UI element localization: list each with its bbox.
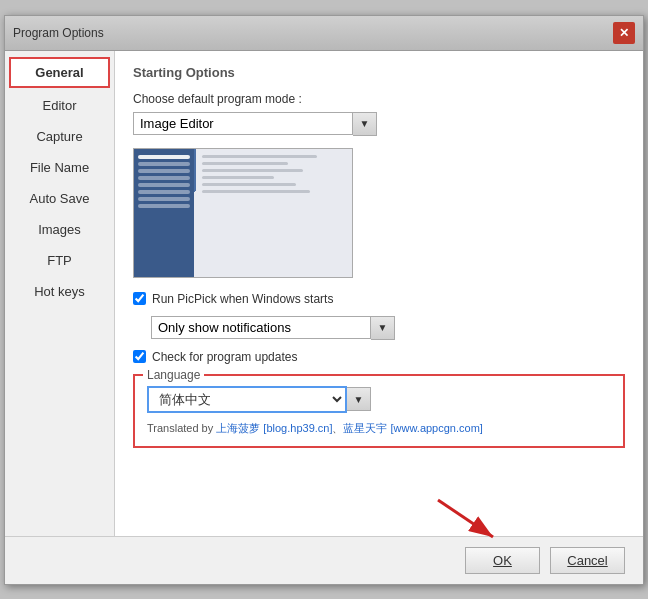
language-dropdown-row: 简体中文 ▼ [147,386,611,413]
mode-preview [133,148,353,278]
mock-content-line [202,190,310,193]
language-dropdown-arrow[interactable]: ▼ [347,387,371,411]
ok-button[interactable]: OK [465,547,540,574]
sidebar-item-ftp[interactable]: FTP [5,245,114,276]
mock-content-line [202,169,303,172]
translator2-link[interactable]: 蓝星天宇 [www.appcgn.com] [343,422,482,434]
sidebar-item-general[interactable]: General [9,57,110,88]
mode-dropdown-container: Image Editor ▼ [133,112,625,136]
cancel-button[interactable]: Cancel [550,547,625,574]
run-picpick-checkbox[interactable] [133,292,146,305]
language-group: Language 简体中文 ▼ Translated by 上海菠萝 [blog… [133,374,625,448]
check-updates-checkbox[interactable] [133,350,146,363]
program-options-window: Program Options ✕ General Editor Capture… [4,15,644,585]
check-updates-row: Check for program updates [133,350,625,364]
mock-line [138,204,190,208]
preview-content [196,149,352,277]
mock-line [138,155,190,159]
sidebar-item-hotkeys[interactable]: Hot keys [5,276,114,307]
translator1-link[interactable]: 上海菠萝 [blog.hp39.cn] [216,422,332,434]
mock-line [138,190,190,194]
mock-line [138,176,190,180]
sidebar-item-capture[interactable]: Capture [5,121,114,152]
sidebar-item-filename[interactable]: File Name [5,152,114,183]
language-group-label: Language [143,368,204,382]
mode-dropdown[interactable]: Image Editor [133,112,353,135]
language-dropdown[interactable]: 简体中文 [147,386,347,413]
arrow-svg [433,495,503,545]
footer: OK Cancel [5,536,643,584]
main-content: Starting Options Choose default program … [115,51,643,536]
mock-content-line [202,155,317,158]
notification-dropdown-arrow[interactable]: ▼ [371,316,395,340]
window-title: Program Options [13,26,104,40]
arrow-indicator [433,495,503,548]
mock-content-line [202,183,296,186]
check-updates-label: Check for program updates [152,350,297,364]
close-button[interactable]: ✕ [613,22,635,44]
sidebar-item-autosave[interactable]: Auto Save [5,183,114,214]
mock-content-line [202,176,274,179]
run-picpick-row: Run PicPick when Windows starts [133,292,625,306]
mode-label: Choose default program mode : [133,92,625,106]
sidebar-item-editor[interactable]: Editor [5,90,114,121]
notification-dropdown-container: Only show notifications ▼ [151,316,625,340]
mock-content-line [202,162,288,165]
notification-dropdown[interactable]: Only show notifications [151,316,371,339]
mock-line [138,162,190,166]
preview-sidebar [134,149,194,277]
mode-dropdown-arrow[interactable]: ▼ [353,112,377,136]
mock-line [138,183,190,187]
title-bar: Program Options ✕ [5,16,643,51]
svg-line-1 [438,500,493,537]
section-title: Starting Options [133,65,625,80]
run-picpick-label: Run PicPick when Windows starts [152,292,333,306]
mock-line [138,197,190,201]
translated-by: Translated by 上海菠萝 [blog.hp39.cn]、蓝星天宇 [… [147,421,611,436]
sidebar: General Editor Capture File Name Auto Sa… [5,51,115,536]
mock-line [138,169,190,173]
sidebar-item-images[interactable]: Images [5,214,114,245]
window-body: General Editor Capture File Name Auto Sa… [5,51,643,536]
